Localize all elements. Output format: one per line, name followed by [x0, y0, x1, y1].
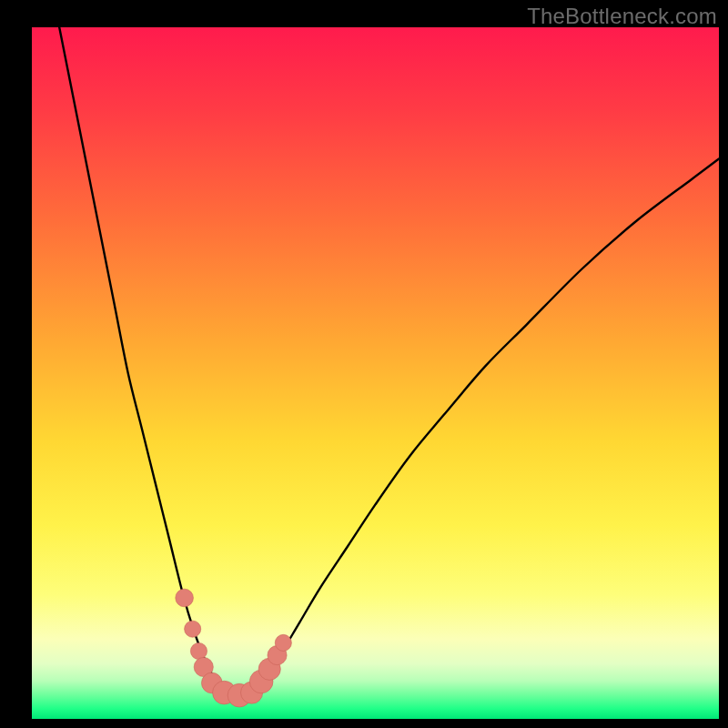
curve-marker [176, 589, 194, 607]
chart-frame: TheBottleneck.com [0, 0, 728, 728]
curve-marker [190, 642, 207, 659]
curve-layer [32, 27, 719, 719]
plot-area [32, 27, 719, 719]
watermark-text: TheBottleneck.com [527, 4, 717, 29]
curve-markers [176, 589, 292, 707]
curve-marker [275, 634, 291, 651]
curve-marker [185, 621, 201, 637]
bottleneck-curve [59, 27, 719, 699]
